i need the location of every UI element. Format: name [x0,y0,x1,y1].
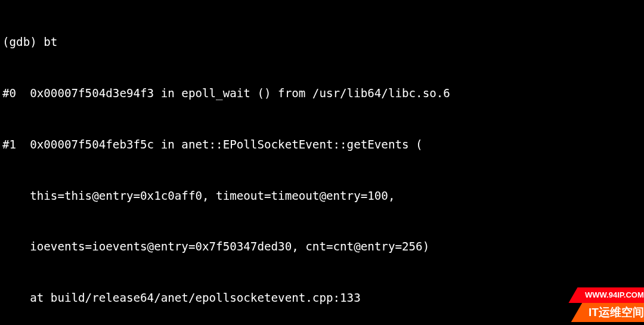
terminal-line: ioevents=ioevents@entry=0x7f50347ded30, … [2,239,642,256]
terminal-line: (gdb) bt [2,34,642,51]
terminal-line: this=this@entry=0x1c0aff0, timeout=timeo… [2,188,642,205]
watermark-label: IT运维空间 [589,303,644,322]
terminal-line: #0 0x00007f504d3e94f3 in epoll_wait () f… [2,85,642,103]
watermark-url-ribbon: WWW.94IP.COM [569,287,644,303]
watermark-label-ribbon: IT运维空间 [571,303,644,322]
terminal-line: #1 0x00007f504feb3f5c in anet::EPollSock… [2,137,642,154]
watermark-url: WWW.94IP.COM [585,287,644,303]
terminal-line: at build/release64/anet/epollsocketevent… [2,290,642,307]
gdb-terminal[interactable]: (gdb) bt #0 0x00007f504d3e94f3 in epoll_… [0,0,644,325]
